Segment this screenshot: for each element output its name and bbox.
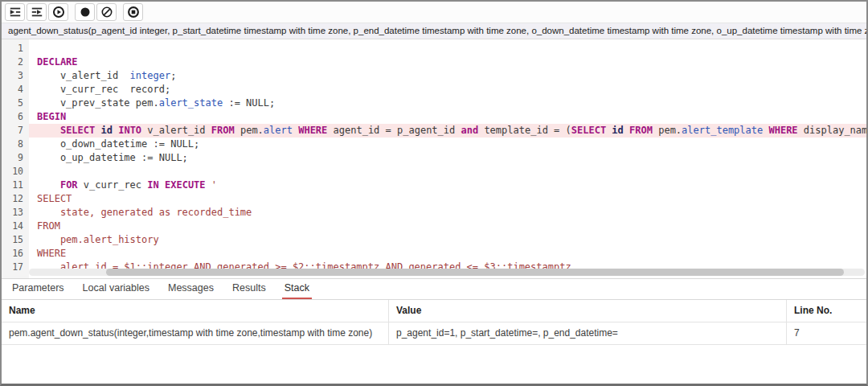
step-over-button[interactable] xyxy=(27,3,47,21)
code-row: 7 SELECT id INTO v_alert_id FROM pem.ale… xyxy=(2,124,866,138)
code-line[interactable]: v_prev_state pem.alert_state := NULL; xyxy=(29,96,866,110)
code-line[interactable]: SELECT xyxy=(29,192,866,206)
stack-table-header: NameValueLine No. xyxy=(2,300,866,322)
code-row: 5 v_prev_state pem.alert_state := NULL; xyxy=(2,96,866,110)
horizontal-scrollbar-thumb[interactable] xyxy=(106,269,844,276)
stack-frame-row[interactable]: pem.agent_down_status(integer,timestamp … xyxy=(2,322,866,345)
code-row: 1 xyxy=(2,42,866,55)
filled-circle-icon xyxy=(79,6,92,18)
line-number[interactable]: 11 xyxy=(2,179,29,192)
line-number[interactable]: 9 xyxy=(2,151,29,165)
code-row: 8 o_down_datetime := NULL; xyxy=(2,138,866,151)
code-row: 13 state, generated as recorded_time xyxy=(2,206,866,220)
line-number[interactable]: 15 xyxy=(2,233,29,247)
line-number[interactable]: 5 xyxy=(2,96,29,110)
circle-slash-icon xyxy=(100,6,113,18)
line-number[interactable]: 8 xyxy=(2,138,29,151)
code-line[interactable]: WHERE xyxy=(29,247,866,261)
column-header[interactable]: Name xyxy=(2,300,389,322)
play-circle-icon xyxy=(52,6,65,18)
code-line[interactable]: v_alert_id integer; xyxy=(29,69,866,83)
code-line[interactable]: FROM xyxy=(29,220,866,233)
continue-button[interactable] xyxy=(48,3,68,21)
code-line[interactable] xyxy=(29,42,866,55)
code-row: 11 FOR v_curr_rec IN EXECUTE ' xyxy=(2,179,866,192)
stack-table: NameValueLine No.pem.agent_down_status(i… xyxy=(2,299,866,345)
tab-parameters[interactable]: Parameters xyxy=(10,279,67,299)
code-line[interactable] xyxy=(29,165,866,179)
code-line[interactable]: o_down_datetime := NULL; xyxy=(29,138,866,151)
code-row: 12SELECT xyxy=(2,192,866,206)
code-row: 10 xyxy=(2,165,866,179)
column-header[interactable]: Value xyxy=(389,300,787,322)
step-into-icon xyxy=(9,6,22,18)
tab-messages[interactable]: Messages xyxy=(166,279,216,299)
line-number[interactable]: 16 xyxy=(2,247,29,261)
frame-value-cell: p_agent_id=1, p_start_datetime=, p_end_d… xyxy=(389,322,787,344)
code-row: 9 o_up_datetime := NULL; xyxy=(2,151,866,165)
code-line[interactable]: DECLARE xyxy=(29,55,866,69)
function-signature: agent_down_status(p_agent_id integer, p_… xyxy=(2,23,866,39)
line-number[interactable]: 4 xyxy=(2,83,29,96)
line-number[interactable]: 14 xyxy=(2,220,29,233)
code-line[interactable]: v_curr_rec record; xyxy=(29,83,866,96)
line-number[interactable]: 10 xyxy=(2,165,29,179)
clear-all-breakpoints-button[interactable] xyxy=(96,3,117,21)
code-line[interactable]: BEGIN xyxy=(29,110,866,124)
code-row: 3 v_alert_id integer; xyxy=(2,69,866,83)
code-row: 2DECLARE xyxy=(2,55,866,69)
code-line[interactable]: pem.alert_history xyxy=(29,233,866,247)
code-row: 14FROM xyxy=(2,220,866,233)
stop-button[interactable] xyxy=(123,3,143,21)
debugger-window: agent_down_status(p_agent_id integer, p_… xyxy=(0,0,868,386)
line-number[interactable]: 2 xyxy=(2,55,29,69)
code-line[interactable]: state, generated as recorded_time xyxy=(29,206,866,220)
line-number[interactable]: 1 xyxy=(2,42,29,55)
line-number[interactable]: 13 xyxy=(2,206,29,220)
code-row: 4 v_curr_rec record; xyxy=(2,83,866,96)
line-number[interactable]: 7 xyxy=(2,124,29,138)
code-line-current[interactable]: SELECT id INTO v_alert_id FROM pem.alert… xyxy=(29,124,866,138)
code-row: 6BEGIN xyxy=(2,110,866,124)
column-header[interactable]: Line No. xyxy=(787,300,866,322)
frame-line-cell: 7 xyxy=(787,322,866,344)
frame-name-cell: pem.agent_down_status(integer,timestamp … xyxy=(2,322,389,344)
horizontal-scrollbar-track[interactable] xyxy=(29,269,865,276)
tab-local-variables[interactable]: Local variables xyxy=(80,279,152,299)
line-number[interactable]: 17 xyxy=(2,261,29,274)
code-row: 16WHERE xyxy=(2,247,866,261)
stop-circle-icon xyxy=(127,6,140,18)
code-line[interactable]: FOR v_curr_rec IN EXECUTE ' xyxy=(29,179,866,192)
code-editor[interactable]: 12DECLARE3 v_alert_id integer;4 v_curr_r… xyxy=(2,39,866,278)
line-number[interactable]: 6 xyxy=(2,110,29,124)
code-line[interactable]: o_up_datetime := NULL; xyxy=(29,151,866,165)
toggle-breakpoint-button[interactable] xyxy=(75,3,95,21)
step-over-icon xyxy=(31,6,43,18)
line-number[interactable]: 3 xyxy=(2,69,29,83)
code-row: 15 pem.alert_history xyxy=(2,233,866,247)
debugger-toolbar xyxy=(2,2,866,23)
step-into-button[interactable] xyxy=(5,3,25,21)
debugger-tabs: ParametersLocal variablesMessagesResults… xyxy=(2,278,866,299)
line-number[interactable]: 12 xyxy=(2,192,29,206)
tab-results[interactable]: Results xyxy=(230,279,268,299)
tab-stack[interactable]: Stack xyxy=(282,279,312,299)
